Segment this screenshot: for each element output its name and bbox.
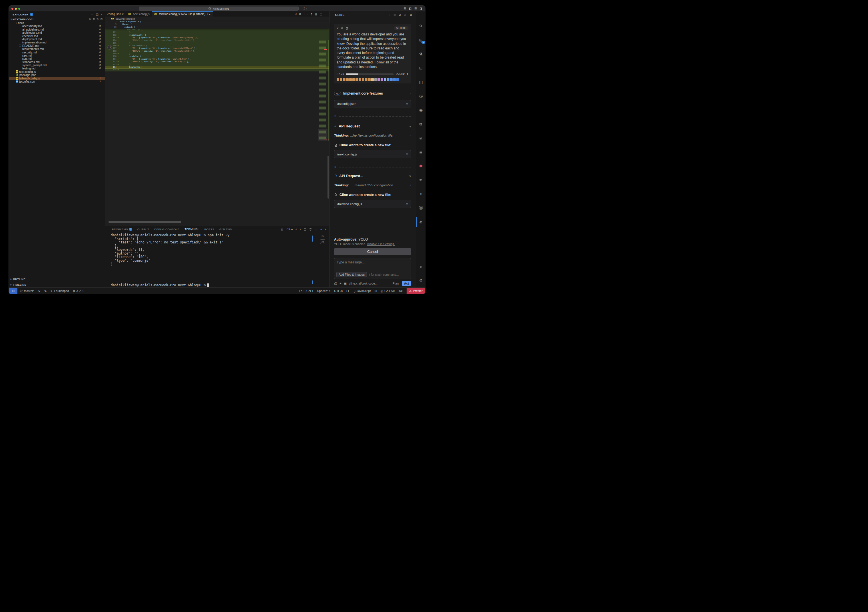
new-folder-icon[interactable]: ⊞ xyxy=(93,18,95,20)
remote-explorer-icon[interactable]: ⊡ xyxy=(416,65,426,71)
zoom-window-button[interactable] xyxy=(18,8,20,10)
settings-gear-icon[interactable]: ⚙ xyxy=(409,13,412,17)
file-item-sop.md[interactable]: ↓sop.mdM xyxy=(9,57,105,60)
sync-changes-item[interactable]: ↻ xyxy=(38,289,40,292)
file-item-requirements.md[interactable]: ↓requirements.mdM xyxy=(9,47,105,51)
horizontal-scrollbar[interactable] xyxy=(108,221,181,223)
disable-settings-link[interactable]: Disable it in Settings. xyxy=(367,242,395,246)
ports-icon[interactable]: ⊞ xyxy=(374,289,377,292)
push-pull-item[interactable]: ⇅ xyxy=(44,289,47,292)
cline-terminal-instance[interactable] xyxy=(320,239,325,244)
attach-icon[interactable]: + xyxy=(339,282,341,285)
prettier-status[interactable]: ⚠ Prettier xyxy=(406,288,425,294)
file-item-docs[interactable]: ▾docs• xyxy=(9,22,105,25)
panel-tab-gitlens[interactable]: GITLENS xyxy=(219,226,232,232)
api-docs-icon[interactable]: ≣ xyxy=(416,149,426,155)
file-item-deployment.md[interactable]: ↓deployment.mdM xyxy=(9,38,105,41)
code-tag-icon[interactable]: </> xyxy=(398,289,403,292)
layout-grid-icon[interactable]: ⊞ xyxy=(403,6,406,11)
containers-icon[interactable]: ◫ xyxy=(416,79,426,85)
project-section-header[interactable]: ▾ NEXT16BLOG01 ⊕ ⊞ ↻ ⊟ xyxy=(9,17,105,21)
extension-logo-icon[interactable]: ✱ xyxy=(416,163,426,169)
tab-tailwind.config.js[interactable]: JStailwind.config.js: New File (Editable… xyxy=(152,11,213,17)
kill-terminal-icon[interactable] xyxy=(309,228,312,231)
auto-approve-row[interactable]: Auto-approve: YOLO xyxy=(334,238,411,241)
views-more-icon[interactable]: ⋯ xyxy=(91,13,94,16)
account-icon[interactable] xyxy=(416,264,426,270)
refresh-explorer-icon[interactable]: ↻ xyxy=(96,18,99,20)
terminal-output[interactable]: danielkliewer@Daniels-MacBook-Pro next16… xyxy=(111,233,309,266)
new-terminal-icon[interactable]: + xyxy=(295,228,297,231)
terminal-tabs-icon[interactable]: ⧉ xyxy=(321,235,324,238)
cancel-button[interactable]: Cancel xyxy=(334,248,411,255)
panel-tab-output[interactable]: OUTPUT xyxy=(137,226,149,232)
api-request-progress-row[interactable]: API Request... ∨ xyxy=(334,174,411,178)
outline-section[interactable]: ▸ OUTLINE xyxy=(9,276,105,282)
live-share-icon[interactable]: ⧉ xyxy=(416,121,426,127)
file-item-ai_guidelines.md[interactable]: ↓ai_guidelines.mdM xyxy=(9,28,105,31)
panel-more-icon[interactable]: ⋯ xyxy=(315,228,318,231)
file-item-standards.md[interactable]: ↓standards.mdM xyxy=(9,61,105,64)
terminal-profile-label[interactable]: Cline xyxy=(287,228,293,231)
cursor-position-item[interactable]: Ln 1, Col 1 xyxy=(299,289,313,292)
tab-config.json[interactable]: config.json2 xyxy=(105,11,126,17)
problems-item[interactable]: ⊗ 3 △ 0 xyxy=(73,289,85,292)
file-item-testing.md[interactable]: ↓testing.mdM xyxy=(9,67,105,70)
panel-tab-debug-console[interactable]: DEBUG CONSOLE xyxy=(154,226,179,232)
go-icon[interactable]: ◉ xyxy=(416,107,426,113)
extensions-icon[interactable]: ⊞14 xyxy=(416,37,426,43)
file-item-accessibility.md[interactable]: ↓accessibility.mdM xyxy=(9,25,105,28)
file-item-implementation.md[interactable]: ↓implementation.mdM xyxy=(9,41,105,44)
new-task-icon[interactable]: + xyxy=(389,13,391,17)
language-item[interactable]: {} JavaScript xyxy=(353,289,370,292)
encoding-item[interactable]: UTF-8 xyxy=(334,289,343,292)
api-request-row[interactable]: ✓ API Request ∨ xyxy=(334,124,411,128)
terminal-profile-chevron-icon[interactable]: ∨ xyxy=(299,228,301,230)
forward-button[interactable]: → xyxy=(135,6,138,10)
close-sidebar-icon[interactable]: × xyxy=(101,13,102,16)
breadcrumb[interactable]: JS tailwind.config.js xyxy=(105,17,329,20)
code-editor[interactable]: 2module.exports = {9 theme: {10 extend: … xyxy=(105,20,329,71)
minimap-icon[interactable]: ▦ xyxy=(315,12,317,16)
file-item-system_prompt.md[interactable]: ↓system_prompt.mdM xyxy=(9,64,105,67)
timeline-section[interactable]: ▸ TIMELINE xyxy=(9,282,105,287)
expand-context-icon[interactable]: ❖ xyxy=(406,73,409,75)
panel-tab-ports[interactable]: PORTS xyxy=(205,226,214,232)
file-item-tsconfig.json[interactable]: TStsconfig.json2 xyxy=(9,80,105,83)
back-button[interactable]: ← xyxy=(130,6,133,10)
r-extension-icon[interactable]: Ⓡ xyxy=(416,205,426,211)
history-icon[interactable]: ↺ xyxy=(398,13,401,17)
indentation-item[interactable]: Spaces: 4 xyxy=(317,289,331,292)
gitlens-icon[interactable]: ◷ xyxy=(416,93,426,99)
plan-mode-button[interactable]: Plan xyxy=(390,281,401,286)
search-icon[interactable] xyxy=(416,23,426,29)
more-actions-icon[interactable]: ⋯ xyxy=(325,12,327,16)
collapse-folders-icon[interactable]: ⊟ xyxy=(100,18,102,20)
split-view-icon[interactable]: ◫ xyxy=(96,13,99,16)
panel-tab-problems[interactable]: PROBLEMS3 xyxy=(112,226,132,232)
testing-icon[interactable]: ⚗ xyxy=(416,51,426,57)
add-files-button[interactable]: Add Files & Images xyxy=(336,272,367,277)
file-chip-nextconfig[interactable]: /next.config.js ∨ xyxy=(334,150,411,158)
git-branch-item[interactable]: master* xyxy=(20,289,34,292)
model-selector[interactable]: cline:x-ai/grok-code... xyxy=(349,282,377,285)
remote-indicator[interactable]: >< xyxy=(9,288,17,294)
open-changes-icon[interactable]: ⧉ xyxy=(299,12,301,16)
thinking-row[interactable]: Thinking: ... Tailwind CSS configuration… xyxy=(334,183,411,187)
undo-button[interactable]: ↺ xyxy=(107,45,112,50)
new-file-icon[interactable]: ⊕ xyxy=(89,18,91,20)
panel-tab-terminal[interactable]: TERMINAL xyxy=(185,226,199,232)
tab-next.config.js[interactable]: JSnext.config.js xyxy=(126,11,152,17)
close-panel-icon[interactable]: × xyxy=(325,228,326,231)
account-icon[interactable] xyxy=(404,14,407,17)
go-live-item[interactable]: ◎ Go Live xyxy=(381,289,395,292)
file-item-next.config.js[interactable]: JSnext.config.js xyxy=(9,70,105,73)
file-item-tailwind.config.js[interactable]: JStailwind.config.js1 xyxy=(9,77,105,80)
file-item-package.json[interactable]: {}package.json xyxy=(9,73,105,76)
file-item-seo.md[interactable]: ↓seo.mdM xyxy=(9,54,105,57)
next-change-icon[interactable]: ↓ xyxy=(307,12,308,16)
split-terminal-icon[interactable]: ◫ xyxy=(304,228,306,231)
checkpoint-marker[interactable]: ⚐ xyxy=(334,166,411,169)
split-editor-icon[interactable]: ◫ xyxy=(320,12,322,16)
command-center[interactable]: next16blog01 xyxy=(139,6,299,11)
